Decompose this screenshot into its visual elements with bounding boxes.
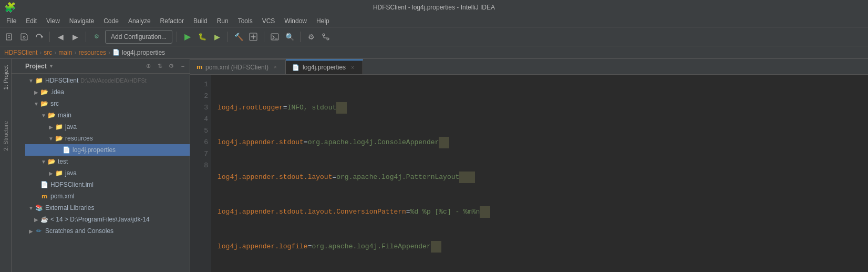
svg-point-7 — [327, 38, 329, 40]
add-configuration-button[interactable]: Add Configuration... — [105, 30, 172, 44]
tree-src[interactable]: ▼ 📂 src — [25, 98, 190, 109]
breadcrumb-main[interactable]: main — [58, 49, 72, 56]
icon-test: 📂 — [47, 157, 56, 166]
menu-build[interactable]: Build — [189, 16, 212, 26]
project-dropdown-arrow[interactable]: ▾ — [50, 63, 53, 69]
toolbar-separator-2 — [86, 32, 86, 42]
arrow-test: ▼ — [40, 158, 47, 165]
tab-pom-close[interactable]: × — [272, 64, 279, 71]
toolbar-separator-5 — [264, 32, 264, 42]
project-tools: ⊕ ⇅ ⚙ − — [143, 62, 188, 71]
icon-resources: 📂 — [55, 134, 63, 143]
tree-log4j[interactable]: ▶ 📄 log4j.properties — [25, 144, 190, 156]
build-project-button[interactable] — [247, 31, 260, 43]
tree-pom[interactable]: ▶ 𝗺 pom.xml — [25, 190, 190, 202]
save-button[interactable] — [18, 31, 30, 43]
icon-ext-libs: 📚 — [35, 204, 43, 212]
sync-button[interactable] — [33, 31, 45, 43]
arrow-java: ▶ — [47, 123, 55, 130]
menu-view[interactable]: View — [42, 16, 64, 26]
menu-code[interactable]: Code — [99, 16, 123, 26]
vcs-button[interactable] — [319, 31, 332, 43]
tree-resources[interactable]: ▼ 📂 resources — [25, 133, 190, 144]
icon-pom: 𝗺 — [40, 192, 48, 200]
breadcrumb-file: 📄 log4j.properties — [112, 49, 165, 56]
menu-refactor[interactable]: Refactor — [156, 16, 188, 26]
run-button[interactable]: ▶ — [181, 31, 194, 43]
menu-edit[interactable]: Edit — [22, 16, 41, 26]
collapse-all-button[interactable]: ⇅ — [155, 62, 164, 71]
toolbar: ◀ ▶ ⚙ Add Configuration... ▶ 🐛 ▶ 🔨 🔍 ⚙ — [0, 27, 868, 46]
project-tab-label[interactable]: 1: Project — [3, 65, 9, 89]
project-header: Project ▾ ⊕ ⇅ ⚙ − — [12, 59, 190, 74]
project-title: Project — [25, 63, 47, 70]
file-icon: 📄 — [112, 49, 120, 56]
icon-src: 📂 — [40, 99, 48, 108]
build-button[interactable]: 🔨 — [232, 31, 245, 43]
menu-vcs[interactable]: VCS — [258, 16, 280, 26]
arrow-src: ▼ — [33, 100, 40, 107]
tree-scratches[interactable]: ▶ ✏ Scratches and Consoles — [25, 225, 190, 237]
label-src: src — [50, 100, 59, 107]
new-button[interactable] — [3, 31, 16, 43]
tree-ext-libs[interactable]: ▼ 📚 External Libraries — [25, 202, 190, 214]
project-settings-button[interactable]: ⚙ — [167, 62, 176, 71]
tree-java[interactable]: ▶ 📁 java — [25, 121, 190, 133]
tree-jdk[interactable]: ▶ ☕ < 14 > D:\ProgramFiles\Java\jdk-14 — [25, 214, 190, 225]
menu-tools[interactable]: Tools — [234, 16, 257, 26]
breadcrumb-resources[interactable]: resources — [78, 49, 106, 56]
breadcrumb-sep-3: › — [74, 49, 76, 56]
menu-analyze[interactable]: Analyze — [124, 16, 155, 26]
tree-root-hdfs[interactable]: ▼ 📁 HDFSClient D:\JAVAcodeIDEA\HDFSt — [25, 75, 190, 86]
back-button[interactable]: ◀ — [54, 31, 67, 43]
settings-button[interactable]: ⚙ — [305, 31, 317, 43]
forward-button[interactable]: ▶ — [69, 31, 81, 43]
menu-navigate[interactable]: Navigate — [65, 16, 98, 26]
tree-view: ▼ 📁 HDFSClient D:\JAVAcodeIDEA\HDFSt ▶ 📂… — [12, 74, 190, 272]
project-minimize-button[interactable]: − — [178, 62, 188, 71]
code-line-1: log4j.rootLogger=INFO, stdout — [218, 102, 862, 114]
coverage-button[interactable]: ▶ — [211, 31, 223, 43]
breadcrumb-hdfs[interactable]: HDFSClient — [4, 49, 37, 56]
label-idea: .idea — [50, 88, 64, 96]
run-config-dropdown[interactable]: ⚙ — [90, 31, 103, 43]
arrow-ext-libs: ▼ — [27, 204, 35, 211]
tree-iml[interactable]: ▶ 📄 HDFSClient.iml — [25, 179, 190, 190]
debug-button[interactable]: 🐛 — [196, 31, 209, 43]
menu-run[interactable]: Run — [213, 16, 233, 26]
menu-bar: File Edit View Navigate Code Analyze Ref… — [0, 15, 868, 27]
menu-window[interactable]: Window — [280, 16, 311, 26]
toolbar-separator-6 — [300, 32, 301, 42]
breadcrumb-src[interactable]: src — [44, 49, 52, 56]
code-line-3: log4j.appender.stdout.layout=org.apache.… — [218, 172, 862, 183]
arrow-resources: ▼ — [47, 135, 55, 142]
tree-test-java[interactable]: ▶ 📁 java — [25, 167, 190, 179]
tree-idea[interactable]: ▶ 📂 .idea — [25, 86, 190, 98]
code-line-2: log4j.appender.stdout=org.apache.log4j.C… — [218, 137, 862, 148]
tab-pom-label: pom.xml (HDFSClient) — [205, 64, 268, 71]
tab-log4j-close[interactable]: × — [349, 64, 356, 71]
search-everywhere-button[interactable]: 🔍 — [283, 31, 296, 43]
arrow-idea: ▶ — [33, 88, 40, 96]
icon-java: 📁 — [55, 123, 63, 131]
label-test-java: java — [65, 169, 77, 177]
label-test: test — [58, 158, 68, 165]
title-bar: 🧩 HDFSClient - log4j.properties - Intell… — [0, 0, 868, 15]
code-editor[interactable]: log4j.rootLogger=INFO, stdout log4j.appe… — [211, 75, 868, 272]
tree-test[interactable]: ▼ 📂 test — [25, 156, 190, 167]
menu-file[interactable]: File — [2, 16, 20, 26]
breadcrumb-sep-4: › — [108, 49, 110, 56]
icon-main: 📂 — [47, 111, 56, 119]
locate-button[interactable]: ⊕ — [143, 62, 153, 71]
tab-pom[interactable]: 𝗺 pom.xml (HDFSClient) × — [190, 59, 286, 74]
structure-tab-label[interactable]: 2: Structure — [3, 121, 9, 151]
main-area: 1: Project 2: Structure Project ▾ ⊕ ⇅ ⚙ … — [0, 59, 868, 272]
label-java: java — [65, 123, 77, 130]
tab-log4j[interactable]: 📄 log4j.properties × — [286, 59, 363, 74]
toolbar-separator-4 — [228, 32, 228, 42]
tree-main[interactable]: ▼ 📂 main — [25, 109, 190, 121]
menu-help[interactable]: Help — [312, 16, 334, 26]
outer-left-panel: 1: Project 2: Structure — [0, 59, 12, 272]
app-icon: 🧩 — [4, 2, 16, 13]
terminal-button[interactable] — [268, 31, 281, 43]
